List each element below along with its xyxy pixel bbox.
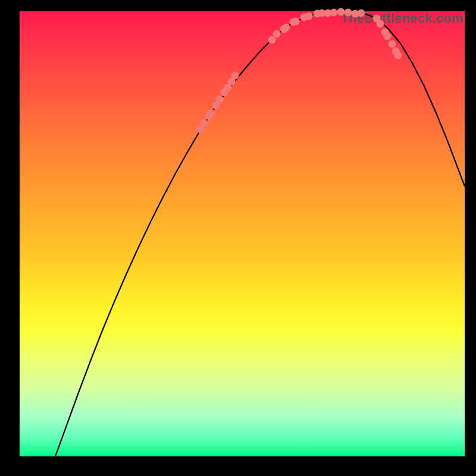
- bottleneck-curve: [55, 12, 465, 456]
- data-marker: [283, 24, 290, 32]
- plot-area: TheBottleneck.com: [20, 11, 465, 456]
- marker-group: [197, 8, 402, 133]
- data-marker: [305, 12, 313, 20]
- data-marker: [273, 30, 281, 38]
- data-marker: [330, 9, 338, 17]
- data-marker: [216, 96, 224, 104]
- data-marker: [384, 33, 392, 40]
- data-marker: [231, 72, 239, 80]
- data-marker: [345, 9, 352, 17]
- chart-frame: TheBottleneck.com: [11, 11, 465, 465]
- data-marker: [292, 18, 300, 26]
- data-marker: [358, 10, 365, 17]
- data-marker: [337, 8, 345, 16]
- data-marker: [377, 20, 384, 28]
- data-marker: [389, 40, 396, 48]
- data-marker: [201, 120, 208, 127]
- chart-svg: [20, 11, 465, 456]
- data-marker: [208, 109, 215, 117]
- data-marker: [394, 52, 402, 60]
